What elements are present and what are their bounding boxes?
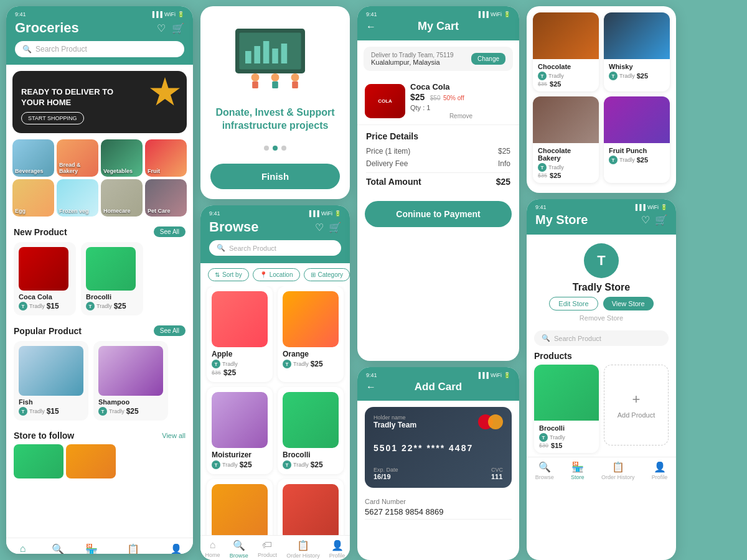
- groceries-search[interactable]: 🔍 Search Product: [15, 41, 184, 57]
- browse-signal-icon: ▐▐▐: [308, 210, 319, 217]
- browse-nav-browse[interactable]: 🔍 Browse: [230, 539, 248, 559]
- store-follow-section: Store to follow View all: [6, 426, 193, 486]
- drink-card-whisky[interactable]: Whisky T Tradly $25: [604, 12, 670, 91]
- cart-container: 9:41 ▐▐▐ WiFi 🔋 ← My Cart Deliver to Tra…: [357, 6, 519, 560]
- mystore-search-icon: 🔍: [542, 334, 550, 342]
- addcard-time: 9:41: [366, 372, 377, 378]
- onboarding-card: Donate, Invest & Support infrastructure …: [200, 6, 350, 199]
- tradly-badge-whisky: T: [609, 72, 618, 80]
- category-frozenveg[interactable]: Frozen veg: [57, 179, 98, 217]
- category-bread[interactable]: Bread & Bakery: [57, 139, 98, 177]
- category-chip[interactable]: ⊞ Category: [304, 268, 350, 281]
- finish-button[interactable]: Finish: [210, 164, 340, 189]
- mystore-nav-store[interactable]: 🏪 Store: [571, 461, 585, 480]
- category-homecare[interactable]: Homecare: [101, 179, 143, 217]
- card-expiry: Exp. Date 16/19: [374, 467, 398, 480]
- browse-nav-home[interactable]: ⌂ Home: [205, 539, 220, 559]
- change-address-button[interactable]: Change: [471, 53, 505, 65]
- search-icon: 🔍: [22, 45, 32, 54]
- browse-products-grid: Apple T Tradly $35 $25 Orange T Tradly $…: [200, 286, 350, 535]
- cart-back-button[interactable]: ←: [366, 21, 376, 32]
- mystore-nav-history[interactable]: 📋 Order History: [601, 461, 635, 480]
- total-amount-row: Total Amount $25: [366, 172, 510, 189]
- add-product-card[interactable]: + Add Product: [604, 365, 669, 446]
- sort-by-chip[interactable]: ⇅ Sort by: [208, 268, 249, 281]
- browse-product-raspberry[interactable]: Raspberry T Tradly $25: [278, 479, 344, 535]
- whisky-image: [604, 12, 670, 59]
- category-fruit[interactable]: Fruit: [145, 139, 187, 177]
- browse-nav-history[interactable]: 📋 Order History: [286, 539, 320, 559]
- start-shopping-button[interactable]: START SHOPPING: [21, 112, 84, 124]
- tradly-badge-2: T: [86, 302, 95, 310]
- nav-store[interactable]: 🏪 Store: [85, 543, 99, 554]
- view-all-link[interactable]: View all: [162, 432, 186, 439]
- wishlist-icon[interactable]: ♡: [157, 22, 166, 34]
- store-img-2[interactable]: [66, 444, 116, 478]
- browse-product-brocolli[interactable]: Brocolli T Tradly $25: [278, 387, 344, 474]
- svg-rect-10: [272, 82, 278, 88]
- mystore-nav-browse[interactable]: 🔍 Browse: [535, 461, 554, 480]
- category-egg[interactable]: Egg: [12, 179, 54, 217]
- view-store-button[interactable]: View Store: [603, 297, 654, 310]
- product-card-cola[interactable]: Coca Cola T Tradly $15: [14, 242, 76, 315]
- browse-nav-profile[interactable]: 👤 Profile: [329, 539, 345, 559]
- browse-product-moisturizer[interactable]: Moisturizer T Tradly $25: [207, 387, 273, 474]
- browse-product-apple[interactable]: Apple T Tradly $35 $25: [207, 286, 273, 382]
- cart-icon[interactable]: 🛒: [172, 22, 184, 34]
- browse-cart-icon[interactable]: 🛒: [329, 222, 341, 233]
- profile-icon: 👤: [170, 543, 182, 554]
- mastercard-logo: [478, 414, 503, 429]
- category-beverages[interactable]: Beverages: [12, 139, 54, 177]
- mystore-search-bar[interactable]: 🔍 Search Product: [534, 330, 669, 346]
- delivery-bar: Deliver to Tradly Team, 75119 Kualalumpu…: [364, 47, 513, 71]
- addcard-phone: 9:41 ▐▐▐ WiFi 🔋 ← Add Card Holder name T…: [357, 367, 519, 560]
- product-card-brocolli[interactable]: Brocolli T Tradly $25: [81, 242, 143, 315]
- location-chip[interactable]: 📍 Location: [253, 268, 300, 281]
- price-row: Price (1 item) $25: [366, 145, 510, 157]
- browse-product-orange[interactable]: Orange T Tradly $25: [278, 286, 344, 382]
- mystore-cart-icon[interactable]: 🛒: [655, 214, 667, 226]
- cart-item-details: Coca Cola $25 $50 50% off Qty : 1 Remove: [410, 82, 512, 119]
- drink-card-chocolate[interactable]: Chocolate T Tradly $35 $25: [533, 12, 599, 91]
- store-img-1[interactable]: [14, 444, 63, 478]
- popular-card-fish[interactable]: Fish T Tradly $15: [14, 341, 88, 421]
- remove-item-button[interactable]: Remove: [410, 113, 512, 119]
- browse-bottom-nav: ⌂ Home 🔍 Browse 🏷 Product 📋 Order Histor…: [200, 535, 350, 560]
- card-bottom-row: Exp. Date 16/19 CVC 111: [374, 467, 503, 480]
- browse-product-citrus[interactable]: Citrus T Tradly $25: [207, 479, 273, 535]
- browse-wishlist-icon[interactable]: ♡: [315, 222, 324, 233]
- mystore-nav-profile[interactable]: 👤 Profile: [652, 461, 668, 480]
- browse-status-icons: ▐▐▐ WiFi 🔋: [308, 210, 341, 217]
- browse-icon: 🔍: [52, 543, 64, 554]
- nav-browse[interactable]: 🔍 Browse: [49, 543, 67, 554]
- browse-search-bar[interactable]: 🔍 Search Product: [209, 240, 341, 256]
- edit-store-button[interactable]: Edit Store: [549, 297, 598, 310]
- mystore-profile-icon: 👤: [654, 461, 666, 473]
- header-icons: ♡ 🛒: [157, 22, 184, 34]
- time: 9:41: [15, 11, 26, 17]
- fish-brand-row: T Tradly $15: [19, 407, 83, 416]
- card-holder-info: Holder name Tradly Team: [374, 414, 416, 429]
- see-all-new-button[interactable]: See All: [154, 226, 186, 237]
- continue-to-payment-button[interactable]: Coninue to Payment: [365, 201, 512, 227]
- drink-card-choco-bakery[interactable]: Chocolate Bakery T Tradly $35 $25: [533, 96, 599, 183]
- choco-bakery-info: Chocolate Bakery T Tradly $35 $25: [533, 143, 599, 183]
- nav-profile[interactable]: 👤 Profile: [168, 543, 184, 554]
- price-details-section: Price Details Price (1 item) $25 Deliver…: [357, 125, 519, 195]
- addcard-back-button[interactable]: ←: [366, 381, 376, 393]
- popular-card-shampoo[interactable]: Shampoo T Tradly $25: [93, 341, 168, 421]
- mystore-wishlist-icon[interactable]: ♡: [641, 214, 650, 226]
- nav-home[interactable]: ⌂ Home: [16, 543, 31, 554]
- browse-nav-product[interactable]: 🏷 Product: [258, 539, 277, 559]
- category-petcare[interactable]: Pet Care: [145, 179, 187, 217]
- see-all-popular-button[interactable]: See All: [154, 325, 186, 336]
- addcard-status-icons: ▐▐▐ WiFi 🔋: [477, 372, 510, 378]
- remove-store-link[interactable]: Remove Store: [580, 314, 623, 322]
- category-vegetables[interactable]: Vegetables: [101, 139, 143, 177]
- store-product-brocolli[interactable]: Brocolli T Tradly $30 $15: [534, 365, 599, 453]
- drink-card-fruit-punch[interactable]: Fruit Punch T Tradly $25: [604, 96, 670, 183]
- browse-phone: 9:41 ▐▐▐ WiFi 🔋 Browse ♡ 🛒 🔍 Search Prod…: [200, 205, 350, 560]
- nav-order-history[interactable]: 📋 Order History: [116, 543, 150, 554]
- mystore-phone: 9:41 ▐▐▐ WiFi 🔋 My Store ♡ 🛒 T Tradly St…: [527, 199, 676, 560]
- onboarding-title: Donate, Invest & Support infrastructure …: [210, 106, 340, 133]
